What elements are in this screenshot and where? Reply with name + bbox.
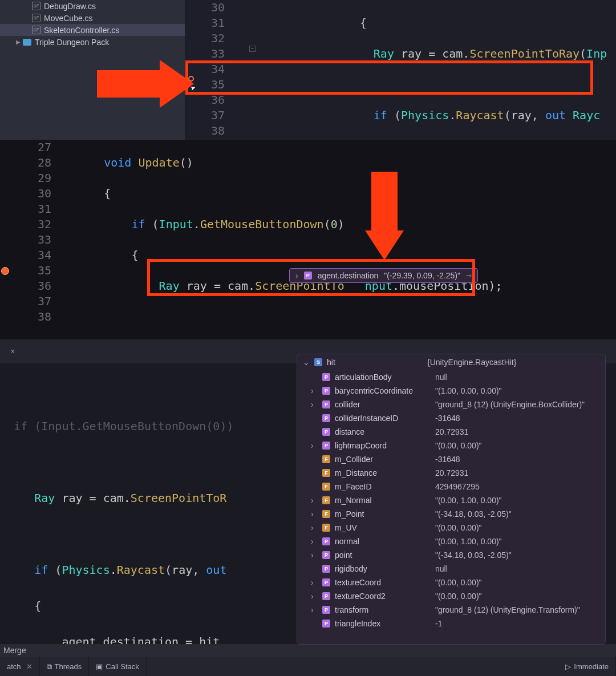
chevron-right-icon[interactable]: › bbox=[311, 605, 318, 614]
badge-icon: P bbox=[322, 565, 330, 573]
tab-immediate[interactable]: ▷Immediate bbox=[558, 657, 616, 676]
inspector-row[interactable]: Fm_Collider-31648 bbox=[297, 452, 605, 466]
chevron-right-icon[interactable]: › bbox=[311, 386, 318, 395]
prop-value: "(0.00, 0.00)" bbox=[435, 578, 482, 587]
prop-name: m_Point bbox=[335, 509, 431, 519]
prop-name: m_Normal bbox=[335, 496, 431, 505]
chevron-right-icon[interactable]: › bbox=[311, 509, 318, 519]
inspector-row[interactable]: ›Ptransform"ground_8 (12) (UnityEngine.T… bbox=[297, 603, 605, 617]
prop-name: transform bbox=[335, 605, 431, 614]
breakpoint-icon[interactable] bbox=[1, 267, 9, 275]
prop-name: m_UV bbox=[335, 523, 431, 532]
chevron-right-icon: ▶ bbox=[16, 39, 21, 45]
prop-name: textureCoord2 bbox=[335, 592, 431, 601]
prop-name: articulationBody bbox=[335, 373, 431, 382]
prop-value: "(0.00, 0.00)" bbox=[435, 523, 482, 532]
file-item[interactable]: c#MoveCube.cs bbox=[0, 12, 185, 24]
badge-icon: P bbox=[322, 606, 330, 614]
inspector-row[interactable]: ›PlightmapCoord"(0.00, 0.00)" bbox=[297, 439, 605, 452]
file-name: MoveCube.cs bbox=[44, 14, 93, 23]
tab-watch[interactable]: atch✕ bbox=[0, 657, 40, 676]
inspector-row[interactable]: Fm_FaceID4294967295 bbox=[297, 480, 605, 493]
chevron-down-icon[interactable]: ⌄ bbox=[303, 358, 310, 367]
file-name: SkeletonController.cs bbox=[44, 26, 119, 35]
annotation-box bbox=[147, 259, 475, 296]
folder-item[interactable]: ▶Triple Dungeon Pack bbox=[0, 36, 185, 48]
line-gutter[interactable]: 272829303132333435363738 bbox=[0, 140, 63, 339]
prop-name: lightmapCoord bbox=[335, 441, 431, 450]
file-item-selected[interactable]: c#SkeletonController.cs bbox=[0, 24, 185, 36]
inspector-header[interactable]: ⌄ S hit {UnityEngine.RaycastHit} bbox=[297, 354, 605, 370]
badge-icon: P bbox=[322, 537, 330, 545]
badge-icon: P bbox=[322, 387, 330, 395]
annotation-box bbox=[185, 60, 593, 95]
badge-icon: P bbox=[322, 620, 330, 628]
prop-name: barycentricCoordinate bbox=[335, 386, 431, 395]
inspector-row[interactable]: ParticulationBodynull bbox=[297, 370, 605, 384]
tab-threads[interactable]: ⧉Threads bbox=[40, 657, 90, 676]
file-name: DebugDraw.cs bbox=[44, 2, 96, 11]
inspector-row[interactable]: Pdistance20.72931 bbox=[297, 425, 605, 439]
inspector-row[interactable]: ›Pcollider"ground_8 (12) (UnityEngine.Bo… bbox=[297, 398, 605, 411]
inspector-var-type: {UnityEngine.RaycastHit} bbox=[427, 358, 516, 367]
inspector-row[interactable]: ›Pnormal"(0.00, 1.00, 0.00)" bbox=[297, 535, 605, 548]
chevron-right-icon[interactable]: › bbox=[311, 496, 318, 505]
chevron-right-icon[interactable]: › bbox=[311, 537, 318, 546]
prop-value: -31648 bbox=[435, 414, 460, 423]
chevron-right-icon[interactable]: › bbox=[311, 578, 318, 587]
fold-marker-icon[interactable]: − bbox=[249, 46, 256, 52]
chevron-right-icon[interactable]: › bbox=[311, 550, 318, 560]
cs-icon: c# bbox=[32, 2, 40, 10]
prop-name: point bbox=[335, 550, 431, 560]
inspector-row[interactable]: ›PtextureCoord"(0.00, 0.00)" bbox=[297, 576, 605, 589]
debug-inspector[interactable]: ⌄ S hit {UnityEngine.RaycastHit} Particu… bbox=[297, 354, 606, 645]
chevron-right-icon[interactable]: › bbox=[311, 523, 318, 532]
prop-value: "(-34.18, 0.03, -2.05)" bbox=[435, 550, 512, 560]
prop-value: "ground_8 (12) (UnityEngine.BoxCollider)… bbox=[435, 400, 585, 409]
prop-name: normal bbox=[335, 537, 431, 546]
inspector-row[interactable]: PcolliderInstanceID-31648 bbox=[297, 411, 605, 425]
file-item[interactable]: c#DebugDraw.cs bbox=[0, 0, 185, 12]
threads-icon: ⧉ bbox=[47, 662, 52, 671]
code-area[interactable]: void Update() { if (Input.GetMouseButton… bbox=[63, 140, 616, 339]
prop-name: colliderInstanceID bbox=[335, 414, 431, 423]
inspector-row[interactable]: ›Fm_UV"(0.00, 0.00)" bbox=[297, 521, 605, 535]
prop-value: null bbox=[435, 373, 448, 382]
panel-middle: 272829303132333435363738 void Update() {… bbox=[0, 140, 616, 339]
chevron-right-icon[interactable]: › bbox=[311, 441, 318, 450]
inspector-row[interactable]: ›PtextureCoord2"(0.00, 0.00)" bbox=[297, 589, 605, 603]
bottom-tab-strip: atch✕ ⧉Threads ▣Call Stack ▷Immediate bbox=[0, 657, 616, 676]
prop-value: 20.72931 bbox=[435, 427, 468, 436]
tab-callstack[interactable]: ▣Call Stack bbox=[89, 657, 147, 676]
chevron-right-icon[interactable]: › bbox=[311, 592, 318, 601]
callstack-icon: ▣ bbox=[96, 662, 103, 671]
prop-value: null bbox=[435, 564, 448, 573]
prop-name: m_Distance bbox=[335, 468, 431, 477]
badge-icon: P bbox=[322, 442, 330, 450]
immediate-icon: ▷ bbox=[565, 662, 571, 671]
badge-icon: P bbox=[322, 414, 330, 422]
inspector-row[interactable]: Fm_Distance20.72931 bbox=[297, 466, 605, 480]
prop-name: distance bbox=[335, 427, 431, 436]
prop-value: -1 bbox=[435, 619, 442, 628]
prop-name: collider bbox=[335, 400, 431, 409]
badge-icon: P bbox=[322, 551, 330, 559]
badge-icon: F bbox=[322, 524, 330, 532]
inspector-row[interactable]: ›PbarycentricCoordinate"(1.00, 0.00, 0.0… bbox=[297, 384, 605, 398]
inspector-row[interactable]: PtriangleIndex-1 bbox=[297, 617, 605, 630]
inspector-row[interactable]: Prigidbodynull bbox=[297, 562, 605, 576]
prop-value: "(0.00, 1.00, 0.00)" bbox=[435, 496, 502, 505]
chevron-right-icon[interactable]: › bbox=[311, 400, 318, 409]
prop-value: "(-34.18, 0.03, -2.05)" bbox=[435, 509, 512, 519]
prop-name: m_Collider bbox=[335, 455, 431, 464]
inspector-row[interactable]: ›Fm_Normal"(0.00, 1.00, 0.00)" bbox=[297, 493, 605, 507]
inspector-row[interactable]: ›Fm_Point"(-34.18, 0.03, -2.05)" bbox=[297, 507, 605, 521]
inspector-row[interactable]: ›Ppoint"(-34.18, 0.03, -2.05)" bbox=[297, 548, 605, 562]
badge-icon: F bbox=[322, 510, 330, 518]
badge-icon: F bbox=[322, 455, 330, 463]
prop-value: "(0.00, 0.00)" bbox=[435, 592, 482, 601]
close-icon[interactable]: ✕ bbox=[10, 346, 15, 355]
folder-name: Triple Dungeon Pack bbox=[35, 38, 109, 47]
cs-icon: c# bbox=[32, 26, 40, 34]
close-icon[interactable]: ✕ bbox=[26, 662, 33, 671]
